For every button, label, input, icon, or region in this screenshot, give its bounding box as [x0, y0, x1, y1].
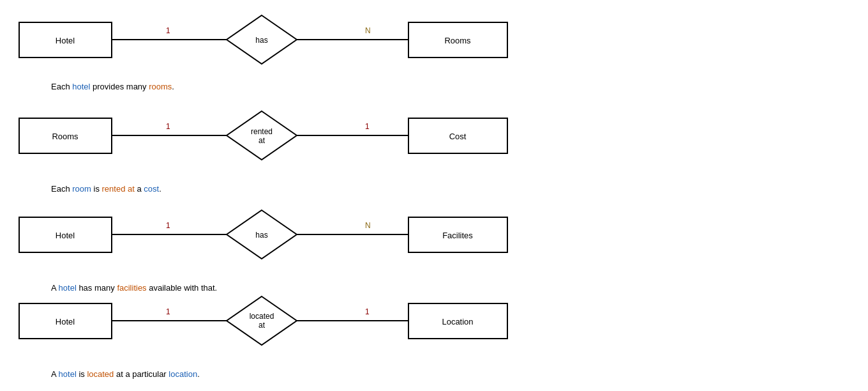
card-rented-cost-1: 1: [365, 122, 370, 131]
card-hotel3-has-1: 1: [166, 221, 170, 230]
entity-facilites-label: Facilites: [442, 231, 473, 240]
desc-3: A hotel has many facilities available wi…: [51, 283, 217, 293]
diamond-has-2-label: has: [255, 231, 267, 240]
desc-4: A hotel is located at a particular locat…: [51, 369, 200, 379]
entity-rooms-2-label: Rooms: [52, 132, 79, 141]
entity-hotel-3-label: Hotel: [56, 231, 75, 240]
diamond-rented-at-label2: at: [258, 136, 266, 145]
diamond-has-1-label: has: [255, 36, 267, 45]
card-has2-facilites-n: N: [365, 221, 371, 230]
card-has-rooms-n: N: [365, 26, 371, 35]
diamond-located-at-label2: at: [258, 321, 266, 330]
card-located-location-1: 1: [365, 307, 370, 316]
diamond-located-at-label: located: [250, 312, 274, 321]
er-svg: Hotel 1 has N Rooms Each hotel provides …: [0, 0, 868, 391]
entity-rooms-1-label: Rooms: [444, 36, 471, 45]
card-hotel4-located-1: 1: [166, 307, 170, 316]
entity-cost-label: Cost: [449, 132, 467, 141]
desc-2: Each room is rented at a cost.: [51, 184, 161, 194]
card-hotel-has-1: 1: [166, 26, 170, 35]
entity-location-label: Location: [442, 317, 473, 326]
card-rooms-rented-1: 1: [166, 122, 170, 131]
er-diagram-container: Hotel 1 has N Rooms Each hotel provides …: [0, 0, 868, 391]
entity-hotel-4-label: Hotel: [56, 317, 75, 326]
diamond-rented-at-label: rented: [251, 127, 273, 136]
entity-hotel-1-label: Hotel: [56, 36, 75, 45]
desc-1: Each hotel provides many rooms.: [51, 82, 174, 91]
